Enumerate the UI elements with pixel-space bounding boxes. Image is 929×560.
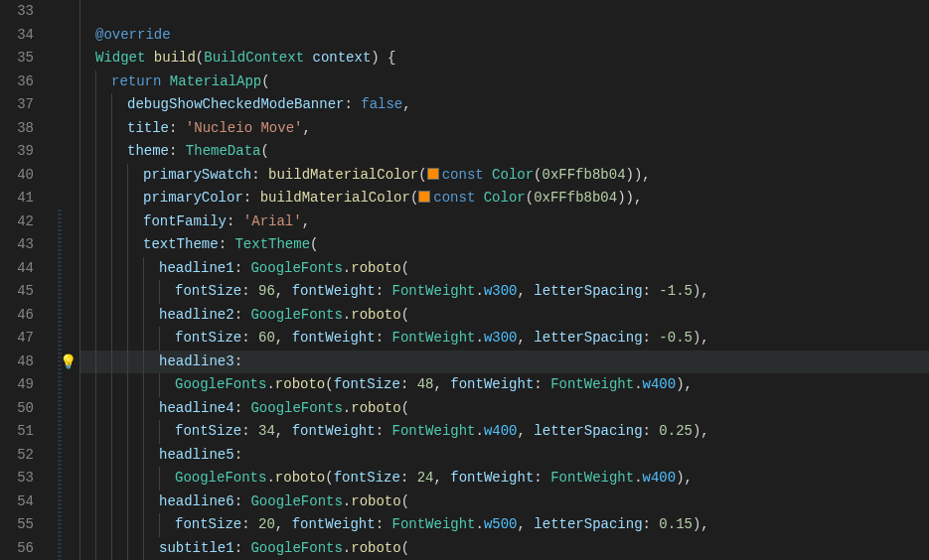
param: fontSize — [175, 423, 241, 439]
color-swatch-icon[interactable] — [427, 168, 439, 180]
code-line[interactable]: title: 'Nucleio Move', — [79, 117, 929, 141]
param: headline4 — [159, 400, 234, 416]
code-line-active[interactable]: headline3: — [79, 350, 929, 374]
code-line[interactable]: fontSize: 96, fontWeight: FontWeight.w30… — [79, 280, 929, 304]
type: GoogleFonts — [250, 540, 342, 556]
param: textTheme — [143, 236, 219, 252]
code-line[interactable]: headline2: GoogleFonts.roboto( — [79, 304, 929, 328]
line-number: 49 — [0, 373, 34, 397]
type: FontWeight — [391, 330, 475, 346]
param: primaryColor — [143, 190, 243, 206]
param: headline6 — [159, 493, 234, 509]
code-line[interactable]: fontSize: 60, fontWeight: FontWeight.w30… — [79, 327, 929, 350]
code-line[interactable]: fontSize: 20, fontWeight: FontWeight.w50… — [79, 513, 929, 537]
param: fontSize — [175, 330, 241, 346]
type: FontWeight — [391, 283, 475, 299]
line-number: 47 — [0, 327, 34, 350]
line-number: 53 — [0, 467, 34, 490]
number: 0xFFfb8b04 — [542, 167, 626, 183]
keyword: return — [111, 73, 161, 89]
line-number: 45 — [0, 280, 34, 304]
line-number: 56 — [0, 537, 34, 561]
code-line[interactable]: headline4: GoogleFonts.roboto( — [79, 397, 929, 421]
number: 60 — [258, 330, 275, 346]
color-swatch-icon[interactable] — [418, 191, 430, 203]
code-line[interactable]: debugShowCheckedModeBanner: false, — [79, 93, 929, 117]
line-number: 54 — [0, 490, 34, 514]
number: 20 — [258, 516, 275, 532]
code-line[interactable]: Widget build(BuildContext context) { — [79, 47, 929, 70]
param: debugShowCheckedModeBanner — [127, 96, 344, 112]
param: headline2 — [159, 307, 234, 323]
method: buildMaterialColor — [268, 167, 418, 183]
number: -1.5 — [659, 283, 693, 299]
code-area[interactable]: @override Widget build(BuildContext cont… — [79, 0, 929, 560]
line-number: 50 — [0, 397, 34, 421]
string: 'Nucleio Move' — [186, 120, 303, 136]
type: Widget — [95, 50, 145, 66]
code-line[interactable]: GoogleFonts.roboto(fontSize: 48, fontWei… — [79, 373, 929, 397]
method: roboto — [351, 540, 400, 556]
line-number: 34 — [0, 24, 34, 48]
code-editor[interactable]: 33 34 35 36 37 38 39 40 41 42 43 44 45 4… — [0, 0, 929, 560]
number: 24 — [417, 470, 434, 486]
line-number: 33 — [0, 0, 34, 24]
line-number: 51 — [0, 420, 34, 444]
code-line[interactable]: primarySwatch: buildMaterialColor(const … — [79, 164, 929, 188]
string: 'Arial' — [243, 213, 302, 229]
code-line[interactable]: primaryColor: buildMaterialColor(const C… — [79, 187, 929, 210]
enum: w300 — [484, 283, 518, 299]
type: ThemeData — [186, 143, 261, 159]
lightbulb-icon[interactable]: 💡 — [60, 354, 76, 370]
param: fontSize — [175, 283, 241, 299]
line-number: 38 — [0, 117, 34, 141]
enum: w400 — [643, 376, 677, 392]
param: letterSpacing — [534, 330, 642, 346]
method: roboto — [351, 400, 400, 416]
line-number: 37 — [0, 93, 34, 117]
param: letterSpacing — [534, 516, 642, 532]
enum: w300 — [484, 330, 518, 346]
code-line[interactable]: textTheme: TextTheme( — [79, 233, 929, 257]
number: 48 — [417, 376, 434, 392]
line-number: 48 — [0, 350, 34, 374]
type: BuildContext — [204, 50, 304, 66]
line-number: 52 — [0, 444, 34, 468]
param: subtitle1 — [159, 540, 234, 556]
enum: w500 — [484, 516, 518, 532]
type: GoogleFonts — [250, 493, 342, 509]
code-line[interactable]: @override — [79, 24, 929, 48]
type: MaterialApp — [170, 73, 261, 89]
method: roboto — [275, 470, 325, 486]
line-number: 41 — [0, 187, 34, 210]
param: title — [127, 120, 169, 136]
param: fontSize — [175, 516, 241, 532]
param: fontFamily — [143, 213, 227, 229]
code-line[interactable]: headline5: — [79, 444, 929, 468]
method: roboto — [351, 493, 400, 509]
method: roboto — [351, 307, 400, 323]
code-line[interactable]: theme: ThemeData( — [79, 140, 929, 164]
code-line[interactable]: fontSize: 34, fontWeight: FontWeight.w40… — [79, 420, 929, 444]
code-line[interactable]: headline6: GoogleFonts.roboto( — [79, 490, 929, 514]
code-line[interactable] — [79, 0, 929, 24]
param: primarySwatch — [143, 167, 251, 183]
param: fontWeight — [450, 470, 534, 486]
number: 96 — [258, 283, 275, 299]
type: GoogleFonts — [250, 307, 342, 323]
param: headline1 — [159, 260, 234, 276]
line-number: 44 — [0, 257, 34, 281]
code-line[interactable]: subtitle1: GoogleFonts.roboto( — [79, 537, 929, 561]
code-line[interactable]: fontFamily: 'Arial', — [79, 210, 929, 234]
line-number: 35 — [0, 47, 34, 70]
code-line[interactable]: GoogleFonts.roboto(fontSize: 24, fontWei… — [79, 467, 929, 490]
param: fontSize — [334, 376, 400, 392]
line-number: 39 — [0, 140, 34, 164]
line-number: 42 — [0, 210, 34, 234]
code-line[interactable]: headline1: GoogleFonts.roboto( — [79, 257, 929, 281]
code-line[interactable]: return MaterialApp( — [79, 70, 929, 94]
keyword: const — [442, 167, 484, 183]
line-number: 40 — [0, 164, 34, 188]
const: false — [361, 96, 402, 112]
type: Color — [492, 167, 534, 183]
